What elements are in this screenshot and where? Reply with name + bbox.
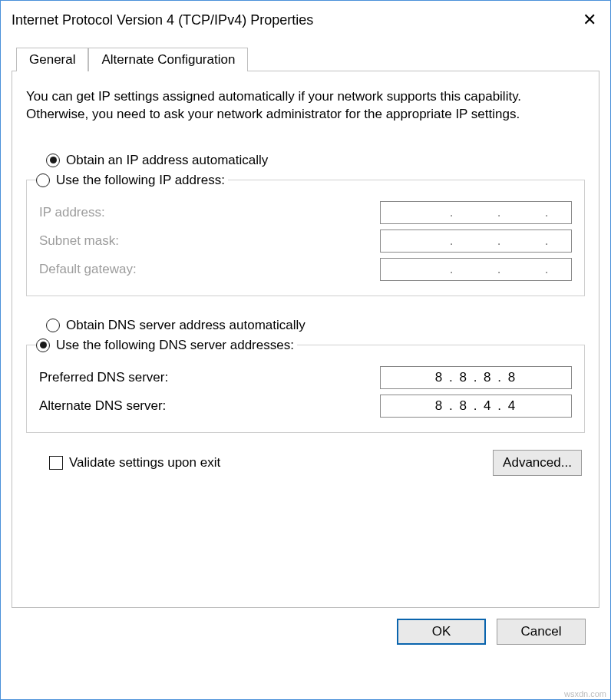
preferred-dns-input[interactable]: 8 . 8 . 8 . 8	[380, 366, 572, 389]
preferred-dns-label: Preferred DNS server:	[39, 370, 380, 385]
window-title: Internet Protocol Version 4 (TCP/IPv4) P…	[12, 12, 580, 28]
radio-dns-manual-label: Use the following DNS server addresses:	[56, 338, 294, 353]
tab-pane-general: You can get IP settings assigned automat…	[12, 71, 599, 608]
tab-alternate-configuration[interactable]: Alternate Configuration	[88, 48, 248, 71]
subnet-mask-input: ...	[380, 229, 572, 253]
validate-checkbox[interactable]	[49, 456, 63, 470]
subnet-mask-label: Subnet mask:	[39, 233, 380, 249]
tabstrip: General Alternate Configuration	[16, 47, 599, 71]
alternate-dns-input[interactable]: 8 . 8 . 4 . 4	[380, 395, 572, 418]
radio-dns-auto[interactable]	[46, 319, 60, 332]
tab-general[interactable]: General	[16, 48, 88, 71]
preferred-dns-value: 8 . 8 . 8 . 8	[435, 370, 517, 385]
dialog-body: General Alternate Configuration You can …	[1, 38, 610, 699]
radio-dns-manual[interactable]	[36, 338, 50, 352]
titlebar: Internet Protocol Version 4 (TCP/IPv4) P…	[1, 1, 610, 38]
description-text: You can get IP settings assigned automat…	[26, 88, 585, 124]
close-icon[interactable]: ✕	[580, 12, 599, 28]
dialog-footer: OK Cancel	[12, 608, 599, 659]
watermark-text: wsxdn.com	[564, 689, 606, 698]
radio-ip-manual-label: Use the following IP address:	[56, 173, 225, 188]
default-gateway-input: ...	[380, 258, 572, 281]
radio-dns-auto-label: Obtain DNS server address automatically	[66, 318, 306, 333]
ip-auto-row: Obtain an IP address automatically	[46, 153, 585, 168]
ip-address-input: ...	[380, 201, 572, 224]
validate-row: Validate settings upon exit	[49, 455, 220, 471]
radio-ip-auto[interactable]	[46, 154, 60, 167]
cancel-button[interactable]: Cancel	[497, 619, 586, 645]
alternate-dns-label: Alternate DNS server:	[39, 398, 380, 414]
radio-ip-manual[interactable]	[36, 173, 50, 187]
default-gateway-label: Default gateway:	[39, 262, 380, 277]
alternate-dns-value: 8 . 8 . 4 . 4	[435, 398, 517, 414]
radio-ip-auto-label: Obtain an IP address automatically	[66, 153, 268, 168]
dns-auto-row: Obtain DNS server address automatically	[46, 318, 585, 333]
pane-bottom-row: Validate settings upon exit Advanced...	[46, 450, 585, 476]
validate-label: Validate settings upon exit	[69, 455, 220, 471]
dns-manual-group: Use the following DNS server addresses: …	[26, 338, 585, 433]
ok-button[interactable]: OK	[397, 619, 486, 645]
ip-address-label: IP address:	[39, 205, 380, 220]
dialog-window: Internet Protocol Version 4 (TCP/IPv4) P…	[0, 0, 611, 700]
advanced-button[interactable]: Advanced...	[493, 450, 582, 476]
ip-manual-group: Use the following IP address: IP address…	[26, 173, 585, 296]
